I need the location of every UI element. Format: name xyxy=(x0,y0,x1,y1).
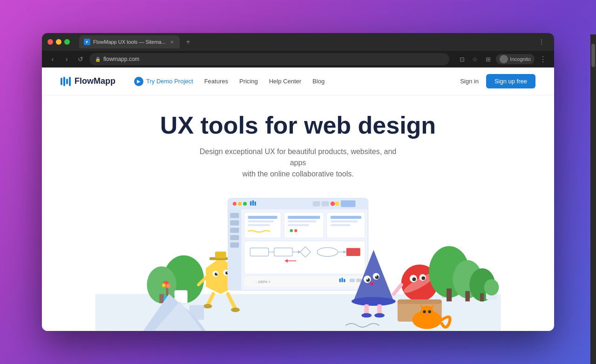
tab-close-button[interactable]: ✕ xyxy=(169,39,175,45)
logo-bar-4 xyxy=(69,77,71,86)
svg-rect-4 xyxy=(159,294,163,303)
try-demo-link[interactable]: ▶ Try Demo Project xyxy=(134,77,193,86)
hero-illustration: - 100% + xyxy=(42,191,554,331)
svg-point-102 xyxy=(412,277,416,281)
tab-more-button[interactable]: ⋮ xyxy=(535,38,549,46)
signup-button[interactable]: Sign up free xyxy=(486,74,535,88)
svg-rect-64 xyxy=(331,224,351,226)
back-button[interactable]: ‹ xyxy=(47,54,58,64)
demo-icon: ▶ xyxy=(134,77,143,86)
bookmark-icon[interactable]: ☆ xyxy=(470,54,480,64)
svg-rect-48 xyxy=(230,228,239,233)
svg-rect-58 xyxy=(288,224,309,226)
svg-point-7 xyxy=(166,284,170,288)
svg-rect-81 xyxy=(341,278,343,282)
svg-rect-39 xyxy=(313,201,320,206)
blog-link[interactable]: Blog xyxy=(312,78,325,85)
incognito-area[interactable]: Incognito xyxy=(496,54,535,64)
nav-links: ▶ Try Demo Project Features Pricing Help… xyxy=(134,77,460,86)
svg-point-115 xyxy=(484,279,499,296)
logo-bar-2 xyxy=(63,77,65,86)
browser-titlebar: F FlowMapp UX tools — Sitema... ✕ + ⋮ xyxy=(42,33,554,51)
tab-layout-icon[interactable]: ⊞ xyxy=(483,54,493,64)
incognito-label: Incognito xyxy=(510,56,531,62)
hero-title: UX tools for web design xyxy=(160,112,436,139)
svg-rect-109 xyxy=(447,289,452,302)
svg-rect-63 xyxy=(331,221,358,223)
hero-subtitle: Design exceptional UX for beautiful prod… xyxy=(196,146,400,180)
svg-rect-84 xyxy=(356,279,361,283)
maximize-button[interactable] xyxy=(64,39,70,45)
svg-rect-40 xyxy=(322,201,329,206)
svg-text:- 100% +: - 100% + xyxy=(256,280,271,284)
svg-point-16 xyxy=(217,273,217,274)
svg-rect-65 xyxy=(244,241,365,274)
svg-point-90 xyxy=(366,278,368,280)
browser-addressbar: ‹ › ↺ 🔒 flowmapp.com ⊡ ☆ ⊞ Incognito ⋮ xyxy=(42,51,554,67)
svg-rect-47 xyxy=(230,221,239,226)
svg-point-121 xyxy=(428,310,431,313)
svg-rect-66 xyxy=(250,248,269,256)
svg-rect-54 xyxy=(248,224,270,226)
tab-title: FlowMapp UX tools — Sitema... xyxy=(93,39,166,45)
svg-rect-57 xyxy=(288,221,317,223)
svg-rect-36 xyxy=(250,201,251,205)
svg-point-59 xyxy=(290,229,293,232)
pricing-link[interactable]: Pricing xyxy=(239,78,258,85)
browser-menu-button[interactable]: ⋮ xyxy=(537,55,549,64)
svg-rect-52 xyxy=(248,216,277,219)
svg-rect-38 xyxy=(255,202,256,206)
minimize-button[interactable] xyxy=(56,39,61,45)
svg-rect-50 xyxy=(230,243,239,248)
svg-point-23 xyxy=(231,308,240,312)
close-button[interactable] xyxy=(47,39,53,45)
svg-point-92 xyxy=(370,283,373,285)
svg-rect-49 xyxy=(230,235,239,240)
logo-bar-3 xyxy=(66,79,68,84)
svg-point-103 xyxy=(421,276,425,280)
website-content: FlowMapp ▶ Try Demo Project Features Pri… xyxy=(42,67,554,331)
browser-window: F FlowMapp UX tools — Sitema... ✕ + ⋮ ‹ … xyxy=(42,33,554,331)
address-bar[interactable]: 🔒 flowmapp.com xyxy=(89,53,449,65)
svg-rect-62 xyxy=(331,216,361,219)
svg-point-33 xyxy=(233,202,237,206)
features-link[interactable]: Features xyxy=(204,78,228,85)
svg-rect-82 xyxy=(344,279,345,282)
svg-rect-75 xyxy=(346,248,360,256)
svg-point-34 xyxy=(238,202,242,206)
svg-rect-56 xyxy=(288,216,320,219)
svg-rect-46 xyxy=(230,213,239,218)
logo-area: FlowMapp xyxy=(61,76,115,86)
logo-bar-1 xyxy=(61,78,62,85)
svg-line-104 xyxy=(394,285,401,294)
svg-rect-80 xyxy=(339,279,341,283)
svg-point-72 xyxy=(317,248,338,256)
svg-point-41 xyxy=(331,202,335,206)
url-text: flowmapp.com xyxy=(103,56,139,62)
lock-icon: 🔒 xyxy=(95,57,101,62)
forward-button[interactable]: › xyxy=(61,54,72,64)
svg-point-8 xyxy=(162,283,166,287)
browser-right-icons: ⊡ ☆ ⊞ Incognito ⋮ xyxy=(457,54,549,64)
svg-point-91 xyxy=(375,275,377,276)
site-navigation: FlowMapp ▶ Try Demo Project Features Pri… xyxy=(42,67,554,95)
signin-link[interactable]: Sign in xyxy=(460,78,479,85)
refresh-button[interactable]: ↺ xyxy=(75,54,86,64)
svg-point-120 xyxy=(423,310,426,313)
nav-right: Sign in Sign up free xyxy=(460,74,535,88)
new-tab-button[interactable]: + xyxy=(182,35,195,48)
tab-favicon: F xyxy=(84,39,90,45)
tab-bar: F FlowMapp UX tools — Sitema... ✕ + ⋮ xyxy=(79,35,549,48)
svg-point-97 xyxy=(374,313,385,317)
cast-icon[interactable]: ⊡ xyxy=(457,54,467,64)
svg-rect-107 xyxy=(398,300,442,304)
svg-rect-43 xyxy=(341,201,356,207)
active-tab[interactable]: F FlowMapp UX tools — Sitema... ✕ xyxy=(79,35,180,48)
incognito-avatar xyxy=(500,55,508,63)
svg-rect-19 xyxy=(215,252,226,258)
svg-point-96 xyxy=(361,313,372,317)
svg-rect-68 xyxy=(274,248,293,256)
svg-point-42 xyxy=(335,202,339,206)
help-center-link[interactable]: Help Center xyxy=(269,78,301,85)
svg-rect-53 xyxy=(248,221,273,223)
